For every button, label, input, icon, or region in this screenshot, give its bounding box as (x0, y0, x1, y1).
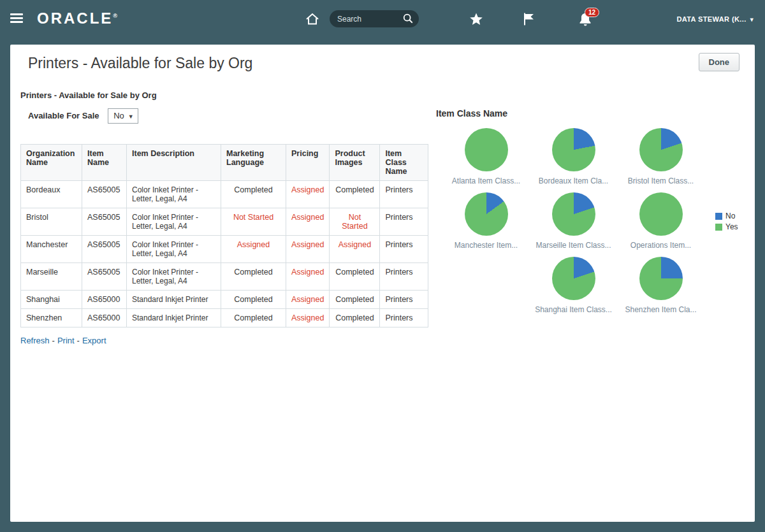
notifications-bell-icon[interactable]: 12 (577, 11, 594, 31)
pie-label: Shenzhen Item Cla... (617, 305, 704, 314)
cell-item: AS65005 (82, 208, 127, 236)
filter-label: Available For Sale (28, 111, 99, 120)
pie-cell-empty (442, 257, 530, 321)
legend-swatch-no (715, 213, 722, 220)
pie-chart-bristol[interactable] (639, 128, 683, 171)
column-header-pricing: Pricing (286, 145, 330, 181)
oracle-logo-text: ORACLE (37, 10, 113, 27)
column-header-marketing-language: Marketing Language (221, 145, 286, 181)
home-icon[interactable] (305, 11, 320, 29)
pie-label: Bordeaux Item Cla... (530, 176, 617, 185)
cell-item: AS65000 (82, 291, 127, 309)
search-box (330, 10, 419, 27)
cell-org: Shenzhen (21, 309, 82, 327)
link-separator: - (77, 336, 80, 345)
legend-label: Yes (725, 222, 738, 231)
cell-description: Color Inket Printer - Letter, Legal, A4 (127, 181, 221, 208)
available-for-sale-select[interactable]: No▼ (108, 108, 138, 124)
legend-item-no: No (715, 212, 738, 220)
cell-description: Standard Inkjet Printer (127, 309, 221, 327)
pie-cell-marseille: Marseille Item Class... (530, 192, 617, 257)
cell-item-class: Printers (380, 309, 428, 327)
cell-marketing: Completed (221, 181, 286, 208)
cell-item-class: Printers (380, 291, 428, 309)
cell-description: Color Inket Printer - Letter, Legal, A4 (127, 208, 221, 236)
pie-chart-bordeaux[interactable] (552, 128, 595, 171)
notification-badge: 12 (585, 8, 599, 17)
flag-icon[interactable] (521, 11, 536, 29)
column-header-item-name: Item Name (82, 145, 127, 181)
pie-chart-manchester[interactable] (465, 192, 508, 236)
cell-marketing: Completed (221, 309, 286, 327)
pie-chart-atlanta[interactable] (465, 128, 508, 171)
content-panel: Printers - Available for Sale by Org Don… (10, 45, 755, 522)
pie-chart-marseille[interactable] (552, 192, 595, 236)
cell-item-class: Printers (380, 181, 428, 208)
menu-icon[interactable] (10, 13, 23, 24)
pie-label: Bristol Item Class... (617, 176, 704, 185)
pie-label: Manchester Item... (442, 241, 530, 250)
legend-item-yes: Yes (715, 222, 738, 231)
cell-pricing: Assigned (286, 309, 330, 327)
cell-org: Shanghai (21, 291, 82, 309)
pie-grid: Atlanta Item Class... Bordeaux Item Cla.… (442, 128, 704, 321)
legend-swatch-yes (715, 224, 722, 231)
oracle-logo: ORACLE® (37, 10, 117, 27)
pie-chart-operations[interactable] (639, 192, 683, 236)
column-header-item-class-name: Item Class Name (380, 145, 428, 181)
pie-label: Shanghai Item Class... (530, 305, 617, 314)
done-button[interactable]: Done (699, 53, 740, 71)
cell-item-class: Printers (380, 236, 428, 263)
pie-cell-manchester: Manchester Item... (442, 192, 530, 257)
cell-org: Bordeaux (21, 181, 82, 208)
pie-chart-shenzhen[interactable] (639, 257, 683, 300)
link-separator: - (52, 336, 55, 345)
page-title: Printers - Available for Sale by Org (28, 55, 252, 72)
table-row: Manchester AS65005 Color Inket Printer -… (21, 236, 428, 263)
cell-images: Completed (330, 181, 380, 208)
export-link[interactable]: Export (82, 336, 106, 345)
column-header-organization: Organization Name (21, 145, 82, 181)
chart-title: Item Class Name (436, 108, 507, 119)
filter-value: No (113, 111, 124, 120)
search-icon[interactable] (402, 13, 414, 27)
cell-images: Assigned (330, 236, 380, 263)
table-row: Bristol AS65005 Color Inket Printer - Le… (21, 208, 428, 236)
cell-marketing: Not Started (221, 208, 286, 236)
pie-cell-operations: Operations Item... (617, 192, 704, 257)
pie-cell-shanghai: Shanghai Item Class... (530, 257, 617, 321)
table-header-row: Organization Name Item Name Item Descrip… (21, 145, 428, 181)
cell-pricing: Assigned (286, 181, 330, 208)
filter-row: Available For Sale No▼ (28, 108, 138, 124)
cell-marketing: Completed (221, 263, 286, 291)
column-header-product-images: Product Images (330, 145, 380, 181)
table-row: Bordeaux AS65005 Color Inket Printer - L… (21, 181, 428, 208)
favorites-star-icon[interactable] (469, 11, 484, 29)
user-menu[interactable]: DATA STEWAR (K...▼ (676, 15, 755, 23)
cell-images: Completed (330, 309, 380, 327)
pie-cell-atlanta: Atlanta Item Class... (442, 128, 530, 192)
table-row: Shanghai AS65000 Standard Inkjet Printer… (21, 291, 428, 309)
cell-marketing: Completed (221, 291, 286, 309)
cell-org: Bristol (21, 208, 82, 236)
column-header-item-description: Item Description (127, 145, 221, 181)
chart-legend: No Yes (715, 212, 738, 233)
refresh-link[interactable]: Refresh (20, 336, 50, 345)
cell-pricing: Assigned (286, 263, 330, 291)
cell-description: Color Inket Printer - Letter, Legal, A4 (127, 236, 221, 263)
pie-label: Atlanta Item Class... (442, 176, 530, 185)
cell-description: Standard Inkjet Printer (127, 291, 221, 309)
pie-cell-bordeaux: Bordeaux Item Cla... (530, 128, 617, 192)
cell-marketing: Assigned (221, 236, 286, 263)
print-link[interactable]: Print (57, 336, 75, 345)
pie-cell-bristol: Bristol Item Class... (617, 128, 704, 192)
chevron-down-icon: ▼ (128, 113, 134, 120)
cell-item: AS65000 (82, 309, 127, 327)
legend-label: No (725, 212, 735, 220)
cell-org: Manchester (21, 236, 82, 263)
pie-chart-shanghai[interactable] (552, 257, 595, 300)
pie-label: Operations Item... (617, 241, 704, 250)
section-title: Printers - Available for Sale by Org (20, 90, 157, 100)
cell-item: AS65005 (82, 263, 127, 291)
pie-cell-shenzhen: Shenzhen Item Cla... (617, 257, 704, 321)
